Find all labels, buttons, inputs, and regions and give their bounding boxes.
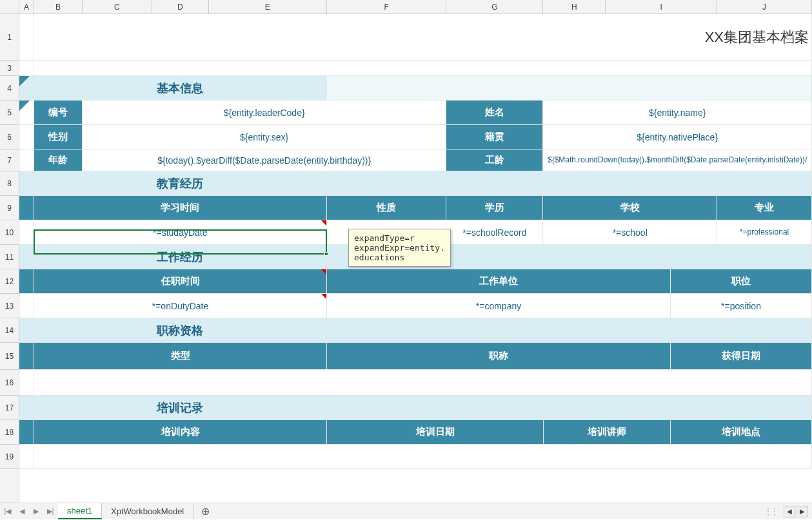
cell-rest-8[interactable] [327, 171, 812, 196]
row-header-11[interactable]: 11 [0, 245, 19, 269]
edu-val-professional[interactable]: *=professional [717, 220, 812, 245]
section-training-header[interactable]: 培训记录 [34, 396, 327, 420]
value-sex[interactable]: ${entity.sex} [83, 125, 447, 149]
training-hdr-place[interactable]: 培训地点 [671, 420, 812, 445]
edu-hdr-major[interactable]: 专业 [717, 196, 812, 220]
row-header-7[interactable]: 7 [0, 149, 19, 171]
section-basic-header[interactable]: 基本信息 [34, 76, 327, 101]
row-header-3[interactable]: 3 [0, 61, 19, 76]
col-header-I[interactable]: I [606, 0, 717, 14]
sheet-tab-model[interactable]: XptWorkbookModel [102, 504, 193, 519]
select-all-corner[interactable] [0, 0, 19, 14]
edu-val-school[interactable]: *=school [543, 220, 717, 245]
work-val-company[interactable]: *=company [327, 294, 671, 318]
col-header-D[interactable]: D [152, 0, 209, 14]
cell-rest-14[interactable] [327, 318, 812, 343]
label-seniority[interactable]: 工龄 [446, 149, 543, 171]
row-header-8[interactable]: 8 [0, 171, 19, 196]
tab-nav-next-icon[interactable]: ▶ [34, 507, 39, 515]
cell-A15[interactable] [19, 343, 34, 370]
sheet-tab-sheet1[interactable]: sheet1 [58, 503, 102, 519]
row-header-16[interactable]: 16 [0, 370, 19, 396]
hscroll-right-icon[interactable]: ▶ [797, 506, 808, 517]
training-hdr-teacher[interactable]: 培训讲师 [544, 420, 671, 445]
cell-A8[interactable] [19, 171, 34, 196]
edu-hdr-school[interactable]: 学校 [543, 196, 717, 220]
work-hdr-dutytime[interactable]: 任职时间 [34, 269, 327, 294]
row-header-14[interactable]: 14 [0, 318, 19, 343]
tab-split-handle[interactable]: ⋮⋮ [764, 507, 777, 516]
col-header-C[interactable]: C [83, 0, 152, 14]
value-code[interactable]: ${entity.leaderCode} [83, 101, 447, 125]
value-age[interactable]: ${today().$yearDiff($Date.parseDate(enti… [83, 149, 447, 171]
label-age[interactable]: 年龄 [34, 149, 83, 171]
training-hdr-date[interactable]: 培训日期 [327, 420, 544, 445]
cell-rest-4[interactable] [327, 76, 812, 101]
row-header-18[interactable]: 18 [0, 420, 19, 445]
col-header-F[interactable]: F [327, 0, 447, 14]
col-header-J[interactable]: J [717, 0, 812, 14]
cell-A5[interactable] [19, 101, 34, 125]
cell-A18[interactable] [19, 420, 34, 445]
section-titlequal-header[interactable]: 职称资格 [34, 318, 327, 343]
row-header-13[interactable]: 13 [0, 294, 19, 318]
cell-row16[interactable] [34, 370, 812, 396]
cell-A4[interactable] [19, 76, 34, 101]
row-header-15[interactable]: 15 [0, 343, 19, 370]
label-sex[interactable]: 性别 [34, 125, 83, 149]
cell-A7[interactable] [19, 149, 34, 171]
cell-A14[interactable] [19, 318, 34, 343]
value-native[interactable]: ${entity.nativePlace} [543, 125, 812, 149]
col-header-G[interactable]: G [446, 0, 543, 14]
row-header-5[interactable]: 5 [0, 101, 19, 125]
label-native[interactable]: 籍贯 [446, 125, 543, 149]
work-val-position[interactable]: *=position [671, 294, 812, 318]
edu-val-schoolrecord[interactable]: *=schoolRecord [446, 220, 543, 245]
cell-rest-17[interactable] [327, 396, 812, 420]
col-header-A[interactable]: A [19, 0, 34, 14]
col-header-H[interactable]: H [543, 0, 606, 14]
title-hdr-type[interactable]: 类型 [34, 343, 327, 370]
row-header-9[interactable]: 9 [0, 196, 19, 220]
work-hdr-position[interactable]: 职位 [671, 269, 812, 294]
cell-A6[interactable] [19, 125, 34, 149]
row-header-10[interactable]: 10 [0, 220, 19, 245]
row-header-4[interactable]: 4 [0, 76, 19, 101]
cell-A12[interactable] [19, 269, 34, 294]
cell-title[interactable]: XX集团基本档案 [34, 14, 812, 61]
cell-A11[interactable] [19, 245, 34, 269]
work-val-dutytime[interactable]: *=onDutyDate [34, 294, 327, 318]
title-hdr-name[interactable]: 职称 [327, 343, 671, 370]
label-code[interactable]: 编号 [34, 101, 83, 125]
col-header-B[interactable]: B [34, 0, 83, 14]
cell-row19[interactable] [34, 445, 812, 469]
tab-nav-last-icon[interactable]: ▶| [47, 507, 54, 515]
add-sheet-button[interactable]: ⊕ [193, 505, 217, 517]
cell-A10[interactable] [19, 220, 34, 245]
cell-A9[interactable] [19, 196, 34, 220]
row-header-19[interactable]: 19 [0, 445, 19, 469]
edu-val-studytime[interactable]: *=studayDate [34, 220, 327, 245]
cell-A13[interactable] [19, 294, 34, 318]
row-header-12[interactable]: 12 [0, 269, 19, 294]
row-header-1[interactable]: 1 [0, 14, 19, 61]
tab-nav-first-icon[interactable]: |◀ [5, 507, 12, 515]
row-header-17[interactable]: 17 [0, 396, 19, 420]
section-edu-header[interactable]: 教育经历 [34, 171, 327, 196]
value-name[interactable]: ${entity.name} [543, 101, 812, 125]
cell-A3[interactable] [19, 61, 34, 76]
cell-A16[interactable] [19, 370, 34, 396]
cell-A17[interactable] [19, 396, 34, 420]
cell-A1[interactable] [19, 14, 34, 61]
cells-area[interactable]: XX集团基本档案 基本信息 编号 ${entity.leaderCode} 姓名… [19, 14, 812, 503]
cell-row3[interactable] [34, 61, 812, 76]
tab-nav-prev-icon[interactable]: ◀ [19, 507, 25, 515]
col-header-E[interactable]: E [209, 0, 327, 14]
cell-A19[interactable] [19, 445, 34, 469]
edu-hdr-studytime[interactable]: 学习时间 [34, 196, 327, 220]
work-hdr-company[interactable]: 工作单位 [327, 269, 671, 294]
training-hdr-content[interactable]: 培训内容 [34, 420, 327, 445]
title-hdr-date[interactable]: 获得日期 [671, 343, 812, 370]
edu-hdr-degree[interactable]: 学历 [446, 196, 543, 220]
label-name[interactable]: 姓名 [446, 101, 543, 125]
